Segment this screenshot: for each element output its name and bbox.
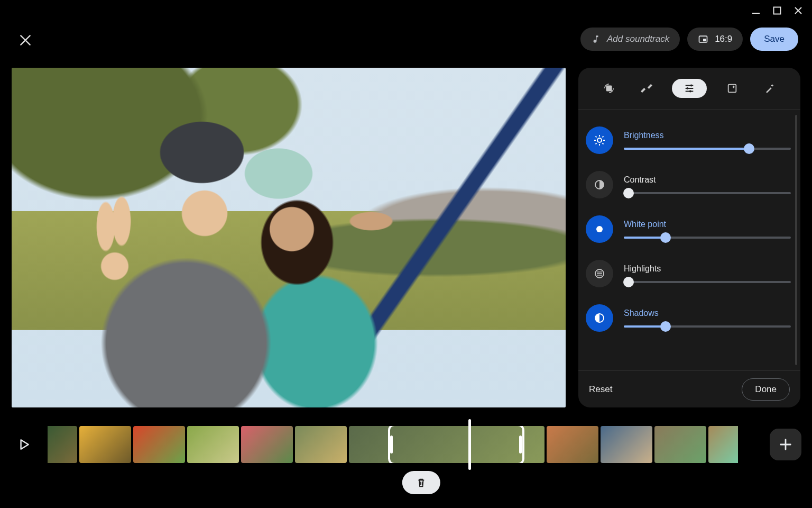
panel-footer: Reset Done [578,370,800,407]
filters-icon [726,83,738,94]
shadows-label: Shadows [624,309,791,318]
trim-handles[interactable] [388,426,524,463]
save-label: Save [764,34,785,44]
preview-frame-image [12,68,566,407]
aspect-ratio-button[interactable]: 16:9 [687,28,743,51]
svg-rect-0 [752,13,760,14]
svg-point-10 [596,226,603,232]
timeline [0,423,812,466]
plus-icon [778,437,793,452]
clip-thumbnail[interactable] [133,426,185,463]
video-preview[interactable] [12,68,566,407]
close-editor-button[interactable] [18,33,33,48]
white-point-slider[interactable] [624,237,791,239]
top-action-bar: Add soundtrack 16:9 Save [580,28,798,51]
add-soundtrack-button[interactable]: Add soundtrack [580,28,680,51]
clip-thumbnail[interactable] [601,426,652,463]
svg-rect-1 [774,7,781,14]
delete-clip-button[interactable] [402,471,440,494]
highlights-label: Highlights [624,264,791,274]
white-point-icon[interactable] [586,215,613,243]
svg-point-6 [689,90,691,92]
trim-handle-right[interactable] [519,436,522,453]
adjustments-panel: Brightness Contrast [578,68,800,407]
main-content: Brightness Contrast [12,68,800,407]
adjust-shadows: Shadows [586,304,791,332]
brightness-slider[interactable] [624,148,791,150]
tab-crop[interactable] [596,79,622,98]
contrast-slider[interactable] [624,192,791,194]
sliders-icon [684,83,695,94]
clip-track[interactable] [48,426,759,463]
tab-filters[interactable] [719,79,745,98]
clip-thumbnail[interactable] [295,426,347,463]
reset-button[interactable]: Reset [589,384,612,395]
crop-rotate-icon [603,83,615,94]
tools-icon [641,83,652,94]
clip-thumbnail[interactable] [241,426,293,463]
svg-rect-3 [703,39,706,41]
contrast-icon[interactable] [586,171,613,198]
minimize-icon[interactable] [752,6,760,15]
add-soundtrack-label: Add soundtrack [607,34,669,44]
tab-tools[interactable] [634,79,659,98]
playhead[interactable] [468,419,471,470]
play-button[interactable] [0,426,48,463]
trash-icon [416,477,427,488]
tab-adjust[interactable] [672,79,707,98]
add-clip-button[interactable] [770,429,801,460]
brightness-label: Brightness [624,131,791,140]
trim-handle-left[interactable] [390,436,393,453]
tab-markup[interactable] [757,79,782,98]
svg-rect-7 [728,85,736,93]
contrast-label: Contrast [624,175,791,185]
aspect-ratio-label: 16:9 [715,34,732,44]
clip-thumbnail[interactable] [547,426,598,463]
maximize-icon[interactable] [773,6,781,15]
brightness-icon[interactable] [586,126,613,154]
adjustment-sliders: Brightness Contrast [578,110,800,370]
magic-wand-icon [764,83,776,94]
highlights-icon[interactable] [586,260,613,287]
done-button[interactable]: Done [742,378,790,401]
adjust-highlights: Highlights [586,260,791,287]
clip-thumbnail[interactable] [79,426,131,463]
shadows-slider[interactable] [624,325,791,328]
window-controls [752,6,802,15]
clip-thumbnail[interactable] [48,426,77,463]
highlights-slider[interactable] [624,281,791,283]
tool-tabs [578,68,800,109]
white-point-label: White point [624,220,791,229]
svg-point-4 [690,84,693,86]
clip-thumbnail[interactable] [187,426,239,463]
svg-point-8 [597,138,602,142]
clip-thumbnail[interactable] [654,426,706,463]
adjust-white-point: White point [586,215,791,243]
play-icon [17,438,31,451]
clip-thumbnail-selected[interactable] [349,426,545,463]
music-note-icon [591,34,601,44]
clip-thumbnail[interactable] [708,426,738,463]
close-window-icon[interactable] [794,6,802,15]
adjust-contrast: Contrast [586,171,791,198]
shadows-icon[interactable] [586,304,613,332]
aspect-ratio-icon [698,34,708,44]
svg-point-5 [686,87,688,89]
save-button[interactable]: Save [750,28,798,51]
adjust-brightness: Brightness [586,126,791,154]
